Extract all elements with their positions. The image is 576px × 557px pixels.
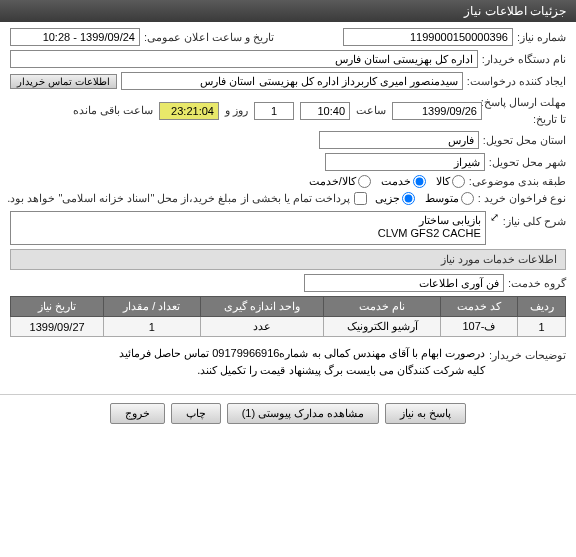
radio-kala[interactable]	[452, 175, 465, 188]
cell-row: 1	[518, 317, 566, 337]
announce-label: تاریخ و ساعت اعلان عمومی:	[144, 31, 274, 44]
th-name: نام خدمت	[324, 297, 440, 317]
th-row: ردیف	[518, 297, 566, 317]
announce-value: 1399/09/24 - 10:28	[10, 28, 140, 46]
exit-button[interactable]: خروج	[110, 403, 165, 424]
province-value: فارس	[319, 131, 479, 149]
footer-buttons: پاسخ به نیاز مشاهده مدارک پیوستی (1) چاپ…	[0, 394, 576, 432]
buyer-notes-label: توضیحات خریدار:	[489, 345, 566, 362]
creator-label: ایجاد کننده درخواست:	[467, 73, 566, 90]
deadline-time-label: ساعت	[356, 104, 386, 117]
org-value: اداره کل بهزیستی استان فارس	[10, 50, 478, 68]
city-value: شیراز	[325, 153, 485, 171]
th-code: کد خدمت	[440, 297, 517, 317]
print-button[interactable]: چاپ	[171, 403, 221, 424]
category-option-both[interactable]: کالا/خدمت	[309, 175, 371, 188]
treasury-note: پرداخت تمام یا بخشی از مبلغ خرید،از محل …	[7, 192, 350, 205]
purchase-option-small[interactable]: جزیی	[375, 192, 415, 205]
window-title-bar: جزئیات اطلاعات نیاز	[0, 0, 576, 22]
category-option-kala[interactable]: کالا	[436, 175, 465, 188]
deadline-time: 10:40	[300, 102, 350, 120]
description-textarea[interactable]: بازیابی ساختار CLVM GFS2 CACHE	[10, 211, 486, 245]
cell-name: آرشیو الکترونیک	[324, 317, 440, 337]
purchase-type-group: متوسط جزیی	[375, 192, 474, 205]
form-area: شماره نیاز: 1199000150000396 تاریخ و ساع…	[0, 22, 576, 388]
radio-medium[interactable]	[461, 192, 474, 205]
creator-value: سیدمنصور امیری کاربرداز اداره کل بهزیستی…	[121, 72, 463, 90]
category-radio-group: کالا خدمت کالا/خدمت	[309, 175, 465, 188]
purchase-option-medium[interactable]: متوسط	[425, 192, 474, 205]
deadline-date: 1399/09/26	[392, 102, 482, 120]
deadline-remain-label: ساعت باقی مانده	[73, 104, 153, 117]
attachments-button[interactable]: مشاهده مدارک پیوستی (1)	[227, 403, 380, 424]
org-label: نام دستگاه خریدار:	[482, 53, 566, 66]
deadline-countdown: 23:21:04	[159, 102, 219, 120]
cell-unit: عدد	[200, 317, 324, 337]
description-label: شرح کلی نیاز:	[503, 211, 566, 228]
radio-khedmat[interactable]	[413, 175, 426, 188]
reply-button[interactable]: پاسخ به نیاز	[385, 403, 466, 424]
cell-qty: 1	[104, 317, 200, 337]
th-date: تاریخ نیاز	[11, 297, 104, 317]
category-option-khedmat[interactable]: خدمت	[381, 175, 426, 188]
province-label: استان محل تحویل:	[483, 134, 566, 147]
deadline-days: 1	[254, 102, 294, 120]
cell-date: 1399/09/27	[11, 317, 104, 337]
need-number-value: 1199000150000396	[343, 28, 513, 46]
need-number-label: شماره نیاز:	[517, 31, 566, 44]
expand-icon[interactable]: ⤢	[490, 211, 499, 224]
section-services-header: اطلاعات خدمات مورد نیاز	[10, 249, 566, 270]
th-qty: تعداد / مقدار	[104, 297, 200, 317]
service-group-value: فن آوری اطلاعات	[304, 274, 504, 292]
services-table: ردیف کد خدمت نام خدمت واحد اندازه گیری ت…	[10, 296, 566, 337]
window-title: جزئیات اطلاعات نیاز	[464, 4, 566, 18]
service-group-label: گروه خدمت:	[508, 277, 566, 290]
table-row[interactable]: 1 ف-107 آرشیو الکترونیک عدد 1 1399/09/27	[11, 317, 566, 337]
th-unit: واحد اندازه گیری	[200, 297, 324, 317]
deadline-day-label: روز و	[225, 104, 248, 117]
buyer-notes-text: درصورت ابهام با آقای مهندس کمالی به شمار…	[10, 345, 485, 378]
cell-code: ف-107	[440, 317, 517, 337]
treasury-checkbox[interactable]	[354, 192, 367, 205]
category-label: طبقه بندی موضوعی:	[469, 175, 566, 188]
radio-both[interactable]	[358, 175, 371, 188]
radio-small[interactable]	[402, 192, 415, 205]
deadline-label: مهلت ارسال پاسخ: تا تاریخ:	[488, 94, 566, 127]
city-label: شهر محل تحویل:	[489, 156, 566, 169]
purchase-type-label: نوع فراخوان خرید :	[478, 192, 566, 205]
buyer-contact-button[interactable]: اطلاعات تماس خریدار	[10, 74, 117, 89]
table-header-row: ردیف کد خدمت نام خدمت واحد اندازه گیری ت…	[11, 297, 566, 317]
